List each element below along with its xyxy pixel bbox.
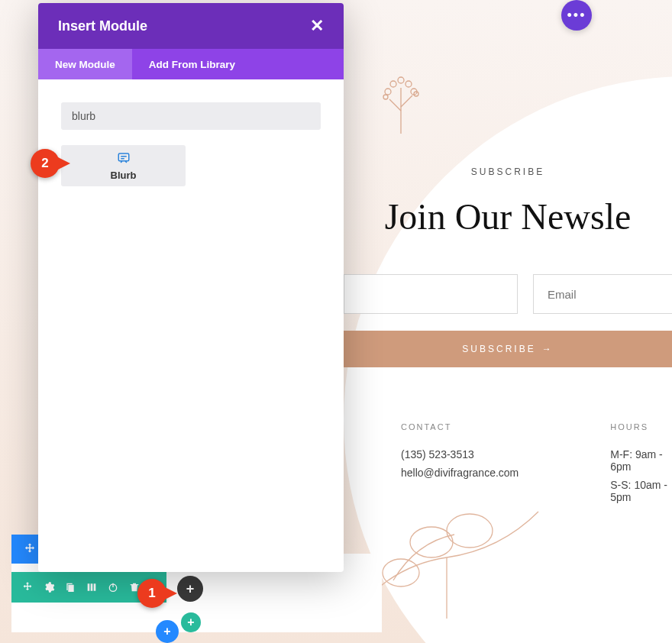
blurb-icon xyxy=(117,151,131,168)
contact-column: CONTACT (135) 523-3513 hello@divifragran… xyxy=(401,422,519,509)
insert-module-panel: Insert Module ✕ New Module Add From Libr… xyxy=(38,3,344,572)
contact-phone: (135) 523-3513 xyxy=(401,448,519,460)
contact-heading: CONTACT xyxy=(401,422,519,431)
module-search-input[interactable] xyxy=(61,102,321,130)
power-icon xyxy=(107,581,119,593)
subscribe-button[interactable]: SUBSCRIBE → xyxy=(344,331,672,367)
arrow-right-icon: → xyxy=(542,344,554,354)
newsletter-title: Join Our Newsle xyxy=(344,195,672,237)
move-icon xyxy=(21,581,34,593)
svg-point-3 xyxy=(385,89,391,95)
email-field[interactable] xyxy=(533,274,672,314)
duplicate-icon xyxy=(64,581,76,593)
move-icon xyxy=(23,542,37,556)
module-blurb[interactable]: Blurb xyxy=(61,145,186,186)
tab-add-from-library[interactable]: Add From Library xyxy=(132,49,252,79)
plus-icon: + xyxy=(187,616,194,629)
ellipsis-icon: ••• xyxy=(567,8,586,24)
page-options-button[interactable]: ••• xyxy=(561,0,592,31)
row-duplicate-button[interactable] xyxy=(60,577,80,597)
plus-icon: + xyxy=(163,625,170,638)
annotation-tail xyxy=(55,156,70,171)
row-power-button[interactable] xyxy=(103,577,123,597)
row-settings-button[interactable] xyxy=(39,577,59,597)
row-columns-button[interactable] xyxy=(82,577,102,597)
panel-header: Insert Module ✕ xyxy=(38,3,344,49)
newsletter-eyebrow: SUBSCRIBE xyxy=(344,166,672,177)
add-row-button[interactable]: + xyxy=(181,612,201,632)
tab-new-module[interactable]: New Module xyxy=(38,49,132,79)
contact-email: hello@divifragrance.com xyxy=(401,467,519,479)
gear-icon xyxy=(43,581,55,593)
columns-icon xyxy=(86,581,98,593)
subscribe-button-label: SUBSCRIBE xyxy=(462,344,535,354)
annotation-2: 2 xyxy=(31,149,70,178)
panel-tabs: New Module Add From Library xyxy=(38,49,344,79)
plus-icon: + xyxy=(186,581,195,597)
add-module-button[interactable]: + xyxy=(177,576,203,602)
svg-point-5 xyxy=(383,95,388,99)
svg-rect-12 xyxy=(118,153,129,161)
annotation-1: 1 xyxy=(137,579,177,608)
row-move-button[interactable] xyxy=(18,577,37,597)
panel-title: Insert Module xyxy=(58,18,147,34)
module-label: Blurb xyxy=(111,170,137,181)
add-section-button[interactable]: + xyxy=(156,620,179,643)
svg-point-2 xyxy=(405,81,412,87)
newsletter-section: SUBSCRIBE Join Our Newsle SUBSCRIBE → CO… xyxy=(344,166,672,509)
svg-point-1 xyxy=(390,81,396,87)
hours-line1: M-F: 9am - 6pm xyxy=(610,448,672,473)
name-field[interactable] xyxy=(344,274,518,314)
floral-decoration-top xyxy=(374,65,428,137)
panel-close-button[interactable]: ✕ xyxy=(310,16,324,36)
svg-point-0 xyxy=(398,77,404,83)
close-icon: ✕ xyxy=(310,16,324,35)
hours-column: HOURS M-F: 9am - 6pm S-S: 10am - 5pm xyxy=(610,422,672,509)
annotation-tail xyxy=(162,586,177,601)
hours-line2: S-S: 10am - 5pm xyxy=(610,479,672,503)
svg-point-8 xyxy=(447,514,493,548)
hours-heading: HOURS xyxy=(610,422,672,431)
